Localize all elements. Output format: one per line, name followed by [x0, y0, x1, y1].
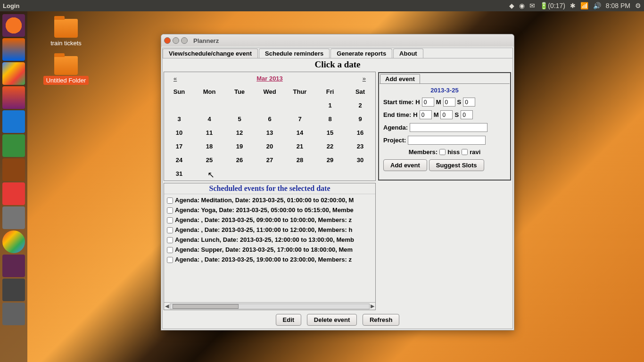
calendar-day[interactable]: 25: [194, 153, 224, 167]
calendar-day[interactable]: 24: [164, 153, 194, 167]
refresh-button[interactable]: Refresh: [363, 314, 399, 326]
event-item[interactable]: Agenda: Supper, Date: 2013-03-25, 17:00:…: [165, 245, 374, 255]
calendar-day[interactable]: 5: [224, 112, 255, 126]
calendar-day[interactable]: 9: [345, 112, 375, 126]
app-indicator-icon[interactable]: ◆: [509, 2, 514, 9]
calendar-day[interactable]: 19: [224, 140, 255, 153]
project-input[interactable]: [408, 136, 486, 145]
member-hiss-checkbox[interactable]: [439, 149, 446, 155]
launcher-monitor-icon[interactable]: [2, 206, 25, 229]
calendar-day[interactable]: 8: [315, 112, 345, 126]
window-minimize-icon[interactable]: [173, 37, 179, 44]
launcher-chromium-icon[interactable]: [2, 62, 25, 85]
launcher-devices-icon[interactable]: [2, 303, 25, 325]
calendar-day[interactable]: 11: [194, 126, 224, 140]
calendar-month[interactable]: Mar 2013: [256, 75, 283, 82]
calendar-day[interactable]: 18: [194, 140, 224, 153]
launcher-firefox-icon[interactable]: [2, 38, 25, 61]
mail-icon[interactable]: ✉: [529, 2, 535, 9]
launcher-chrome-icon[interactable]: [2, 230, 25, 253]
tab-add-event[interactable]: Add event: [380, 74, 420, 83]
launcher-calc-icon[interactable]: [2, 134, 25, 157]
event-checkbox[interactable]: [167, 227, 173, 233]
event-checkbox[interactable]: [167, 257, 173, 263]
scroll-left-icon[interactable]: ◀: [165, 303, 169, 309]
calendar-day[interactable]: 31: [164, 167, 194, 181]
calendar-day[interactable]: 6: [255, 112, 285, 126]
desktop-folder-train-tickets[interactable]: train tickets: [38, 19, 94, 47]
add-event-button[interactable]: Add event: [383, 159, 427, 171]
launcher-dash-icon[interactable]: [2, 14, 25, 37]
event-checkbox[interactable]: [167, 217, 173, 223]
gear-icon[interactable]: ⚙: [635, 2, 641, 9]
horizontal-scrollbar[interactable]: ◀ ▶: [164, 302, 375, 310]
event-item[interactable]: Agenda: Lunch, Date: 2013-03-25, 12:00:0…: [165, 235, 374, 245]
end-minute-input[interactable]: [440, 110, 453, 119]
calendar-prev[interactable]: «: [173, 75, 177, 82]
calendar-day[interactable]: 21: [285, 140, 315, 153]
clock[interactable]: 8:08 PM: [606, 2, 630, 9]
start-minute-input[interactable]: [443, 98, 455, 107]
edit-button[interactable]: Edit: [276, 314, 302, 326]
bluetooth-icon[interactable]: ✱: [570, 2, 576, 9]
calendar-day[interactable]: 10: [164, 126, 194, 140]
start-hour-input[interactable]: [422, 98, 434, 107]
event-item[interactable]: Agenda: Meditation, Date: 2013-03-25, 01…: [165, 195, 374, 205]
window-close-icon[interactable]: [164, 37, 171, 44]
calendar-day[interactable]: 28: [285, 153, 315, 167]
event-checkbox[interactable]: [167, 207, 173, 214]
scroll-right-icon[interactable]: ▶: [371, 303, 374, 309]
launcher-impress-icon[interactable]: [2, 182, 25, 205]
calendar-day[interactable]: 23: [345, 140, 375, 153]
launcher-workspace-icon[interactable]: [2, 255, 25, 277]
window-maximize-icon[interactable]: [181, 37, 188, 44]
network-icon[interactable]: ◉: [519, 2, 525, 9]
calendar-day[interactable]: 13: [255, 126, 285, 140]
events-list[interactable]: Agenda: Meditation, Date: 2013-03-25, 01…: [164, 194, 375, 302]
calendar-day[interactable]: 30: [345, 153, 375, 167]
calendar-next[interactable]: »: [363, 75, 366, 82]
event-item[interactable]: Agenda: , Date: 2013-03-25, 19:00:00 to …: [165, 255, 374, 264]
calendar-day[interactable]: 2: [345, 99, 375, 112]
calendar-day[interactable]: 14: [285, 126, 315, 140]
calendar-day[interactable]: 26: [224, 153, 255, 167]
wifi-icon[interactable]: 📶: [580, 2, 588, 9]
calendar-day[interactable]: 15: [315, 126, 345, 140]
calendar-day[interactable]: 1: [315, 99, 345, 112]
volume-icon[interactable]: 🔊: [593, 2, 601, 9]
calendar-day[interactable]: 12: [224, 126, 255, 140]
event-checkbox[interactable]: [167, 237, 173, 243]
suggest-slots-button[interactable]: Suggest Slots: [429, 159, 484, 171]
start-second-input[interactable]: [463, 98, 475, 107]
calendar-day[interactable]: 7: [285, 112, 315, 126]
calendar-day[interactable]: 29: [315, 153, 345, 167]
event-checkbox[interactable]: [167, 197, 173, 204]
tab-generate-reports[interactable]: Generate reports: [330, 49, 392, 58]
event-item[interactable]: Agenda: Yoga, Date: 2013-03-25, 05:00:00…: [165, 205, 374, 215]
end-hour-input[interactable]: [420, 110, 432, 119]
launcher-files-icon[interactable]: [2, 86, 25, 109]
tab-view-schedule[interactable]: View/schedule/change event: [163, 49, 258, 58]
calendar-day[interactable]: 4: [194, 112, 224, 126]
end-second-input[interactable]: [461, 110, 473, 119]
menu-login[interactable]: Login: [3, 2, 19, 9]
launcher-software-center-icon[interactable]: [2, 158, 25, 181]
launcher-eclipse-icon[interactable]: [2, 279, 25, 301]
battery-icon[interactable]: 🔋(0:17): [540, 2, 565, 9]
member-ravi-checkbox[interactable]: [462, 149, 468, 155]
event-item[interactable]: Agenda: , Date: 2013-03-25, 11:00:00 to …: [165, 225, 374, 235]
tab-schedule-reminders[interactable]: Schedule reminders: [259, 49, 330, 58]
scroll-thumb[interactable]: [173, 304, 239, 309]
calendar-day[interactable]: 20: [255, 140, 285, 153]
calendar-day[interactable]: 27: [255, 153, 285, 167]
tab-about[interactable]: About: [393, 49, 423, 58]
calendar-day[interactable]: 3: [164, 112, 194, 126]
desktop-folder-untitled[interactable]: Untitled Folder: [38, 56, 94, 84]
launcher-writer-icon[interactable]: [2, 110, 25, 133]
calendar-day[interactable]: 17: [164, 140, 194, 153]
agenda-input[interactable]: [410, 123, 487, 132]
event-item[interactable]: Agenda: , Date: 2013-03-25, 09:00:00 to …: [165, 215, 374, 225]
delete-event-button[interactable]: Delete event: [307, 314, 357, 326]
calendar-day[interactable]: 22: [315, 140, 345, 153]
titlebar[interactable]: Plannerz: [161, 34, 514, 47]
